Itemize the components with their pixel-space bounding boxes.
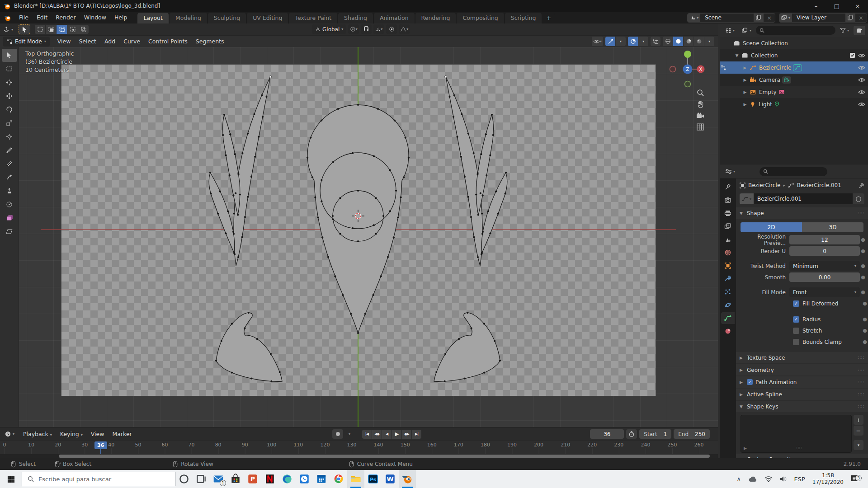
viewport-menu-control-points[interactable]: Control Points — [144, 37, 192, 46]
properties-tab-render-icon[interactable] — [721, 194, 735, 206]
control-point-dot[interactable] — [352, 152, 354, 154]
control-point-dot[interactable] — [265, 96, 267, 98]
decorator-dot-icon[interactable]: ● — [860, 263, 866, 269]
panel-header-shape[interactable]: ▼ Shape ∷∷ — [736, 207, 868, 219]
field-value[interactable]: 0 — [789, 246, 860, 256]
expander-icon[interactable]: ▶ — [742, 66, 748, 70]
control-point-dot[interactable] — [237, 174, 239, 175]
control-point-dot[interactable] — [372, 294, 374, 296]
control-point-dot[interactable] — [471, 327, 472, 329]
control-point-dot[interactable] — [505, 172, 507, 174]
control-point-dot[interactable] — [473, 236, 475, 238]
control-point-dot[interactable] — [467, 312, 468, 314]
control-point-dot[interactable] — [244, 216, 246, 218]
camera-view-icon[interactable] — [696, 112, 704, 119]
control-point-dot[interactable] — [332, 218, 334, 220]
decorator-dot-icon[interactable]: ● — [860, 274, 866, 280]
proportional-falloff-dropdown[interactable]: ▾ — [399, 24, 410, 34]
outliner-display-mode-icon[interactable]: ▾ — [739, 28, 754, 33]
edge-icon[interactable] — [278, 470, 296, 488]
tool-annotate-icon[interactable] — [2, 144, 17, 157]
dimension-button-2d[interactable]: 2D — [741, 222, 802, 232]
control-point-dot[interactable] — [475, 194, 477, 196]
control-point-dot[interactable] — [247, 132, 249, 134]
control-point-dot[interactable] — [485, 133, 487, 135]
control-point-dot[interactable] — [261, 94, 263, 96]
properties-tab-object-data-icon[interactable] — [721, 312, 735, 324]
control-point-dot[interactable] — [481, 233, 483, 235]
task-view-icon[interactable] — [193, 470, 210, 488]
control-point-dot[interactable] — [477, 256, 479, 258]
clock[interactable]: 1:58 17/12/2020 — [812, 472, 844, 486]
control-point-dot[interactable] — [339, 233, 341, 235]
editor-type-timeline-icon[interactable]: ▾ — [2, 431, 17, 437]
shape-key-specials-dropdown[interactable]: ▾ — [854, 440, 863, 450]
control-point-dot[interactable] — [375, 197, 377, 199]
explorer-icon[interactable] — [347, 470, 364, 488]
tab-texture-paint[interactable]: Texture Paint — [289, 13, 338, 23]
xray-toggle[interactable] — [651, 37, 660, 46]
control-point-dot[interactable] — [403, 176, 405, 178]
store-icon[interactable] — [227, 470, 244, 488]
viewport-canvas[interactable]: Top Orthographic (36) BezierCircle 10 Ce… — [0, 47, 718, 427]
timeline-ruler[interactable]: 0102030405060708090100110120130140150160… — [0, 441, 718, 455]
control-point-dot[interactable] — [237, 256, 239, 258]
outliner-row-camera[interactable]: ▶Camera — [720, 74, 868, 86]
expander-icon[interactable]: ▼ — [734, 53, 740, 58]
shape-keys-list[interactable]: ▶∷∷ — [741, 415, 852, 453]
control-point-dot[interactable] — [357, 104, 359, 106]
decorator-dot-icon[interactable]: ● — [862, 300, 868, 306]
control-point-dot[interactable] — [247, 196, 249, 198]
control-point-dot[interactable] — [332, 161, 334, 163]
control-point-dot[interactable] — [221, 340, 222, 342]
control-point-dot[interactable] — [448, 96, 450, 98]
show-gizmo-toggle[interactable] — [605, 37, 615, 46]
dimension-button-3d[interactable]: 3D — [802, 222, 863, 232]
control-point-dot[interactable] — [233, 252, 235, 254]
jump-end-icon[interactable]: ▶| — [412, 430, 421, 439]
panel-header-custom-properties[interactable]: ▶Custom Properties∷∷ — [736, 454, 868, 458]
editor-type-properties-icon[interactable]: ▾ — [722, 169, 738, 174]
control-point-dot[interactable] — [307, 157, 308, 159]
panel-header-shape-keys[interactable]: ▼Shape Keys∷∷ — [736, 401, 868, 412]
pivot-point-dropdown[interactable]: ▾ — [348, 24, 359, 34]
tool-move-icon[interactable] — [2, 89, 17, 103]
volume-icon[interactable] — [780, 476, 787, 482]
netflix-icon[interactable] — [261, 470, 278, 488]
control-point-dot[interactable] — [375, 233, 377, 235]
control-point-dot[interactable] — [327, 256, 329, 258]
control-point-dot[interactable] — [314, 196, 316, 198]
show-overlays-toggle[interactable] — [628, 37, 638, 46]
properties-tab-output-icon[interactable] — [721, 207, 735, 219]
selected-control-point-dot[interactable] — [445, 76, 447, 78]
control-point-dot[interactable] — [389, 210, 391, 212]
outliner-row-light[interactable]: ▶Light — [720, 98, 868, 110]
control-point-dot[interactable] — [483, 372, 485, 374]
properties-tab-object-icon[interactable] — [721, 260, 735, 272]
word-icon[interactable]: W — [382, 470, 399, 488]
control-point-dot[interactable] — [387, 256, 389, 258]
checkbox[interactable] — [793, 339, 799, 345]
control-point-dot[interactable] — [435, 371, 437, 373]
hide-eye-icon[interactable] — [858, 53, 865, 58]
datablock-name-field[interactable]: BezierCircle.001 — [754, 193, 853, 204]
control-point-dot[interactable] — [321, 236, 323, 238]
control-point-dot[interactable] — [377, 108, 379, 110]
language-indicator[interactable]: ESP — [794, 476, 805, 483]
control-point-dot[interactable] — [352, 227, 354, 229]
maximize-button[interactable]: □ — [826, 0, 847, 12]
outliner-search-input[interactable] — [756, 26, 835, 35]
tool-radius-icon[interactable] — [2, 198, 17, 211]
start-button[interactable] — [0, 470, 22, 488]
properties-search-input[interactable] — [760, 167, 827, 176]
control-point-dot[interactable] — [231, 323, 233, 324]
panel-checkbox[interactable]: ✓ — [747, 379, 753, 385]
wireframe-icon[interactable] — [663, 37, 673, 46]
control-point-dot[interactable] — [225, 233, 226, 235]
navigation-gizmo[interactable]: Z X — [669, 49, 706, 90]
control-point-dot[interactable] — [373, 224, 375, 226]
outliner-row-empty[interactable]: ▶Empty — [720, 86, 868, 98]
control-point-dot[interactable] — [481, 213, 483, 215]
shading-dropdown[interactable]: ▾ — [704, 37, 714, 46]
control-point-dot[interactable] — [233, 233, 235, 235]
